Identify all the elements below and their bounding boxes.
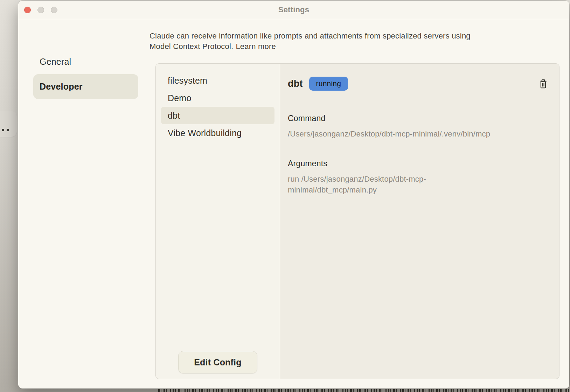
server-list-item-dbt[interactable]: dbt bbox=[161, 107, 274, 124]
command-value: /Users/jasonganz/Desktop/dbt-mcp-minimal… bbox=[288, 128, 549, 139]
server-list-item-vibe-worldbuilding[interactable]: Vibe Worldbuilding bbox=[161, 124, 274, 142]
status-badge: running bbox=[309, 77, 348, 91]
server-detail-panel: dbt running bbox=[280, 64, 559, 379]
sidebar-item-label: Developer bbox=[40, 82, 83, 92]
server-detail-name: dbt bbox=[288, 78, 303, 89]
delete-server-button[interactable] bbox=[537, 78, 549, 89]
settings-sidebar: General Developer bbox=[33, 49, 138, 99]
sidebar-item-developer[interactable]: Developer bbox=[33, 74, 138, 99]
server-list-item-demo[interactable]: Demo bbox=[161, 89, 274, 107]
trash-icon bbox=[538, 79, 548, 89]
server-name: Demo bbox=[168, 93, 192, 103]
server-list: filesystem Demo dbt Vibe Worldbuilding E… bbox=[156, 64, 280, 379]
server-name: dbt bbox=[168, 111, 180, 121]
title-bar: Settings bbox=[18, 1, 569, 19]
developer-content: Claude can receive information like prom… bbox=[150, 19, 559, 379]
mcp-description: Claude can receive information like prom… bbox=[150, 31, 559, 52]
background-window-text-fragment bbox=[158, 389, 570, 392]
arguments-field: Arguments run /Users/jasonganz/Desktop/d… bbox=[288, 159, 549, 195]
learn-more-link[interactable]: Learn more bbox=[236, 42, 276, 51]
sidebar-item-label: General bbox=[40, 57, 71, 67]
mcp-description-line2: Model Context Protocol. bbox=[150, 42, 233, 51]
arguments-value: run /Users/jasonganz/Desktop/dbt-mcp- mi… bbox=[288, 174, 470, 195]
command-label: Command bbox=[288, 114, 549, 123]
background-window-handle[interactable] bbox=[0, 111, 17, 137]
arguments-label: Arguments bbox=[288, 159, 549, 168]
mcp-description-line1: Claude can receive information like prom… bbox=[150, 31, 471, 40]
server-detail-header: dbt running bbox=[288, 77, 549, 91]
sidebar-item-general[interactable]: General bbox=[33, 49, 138, 74]
edit-config-button[interactable]: Edit Config bbox=[178, 351, 257, 373]
page-title: Settings bbox=[18, 5, 569, 14]
arguments-line1: run /Users/jasonganz/Desktop/dbt-mcp- bbox=[288, 175, 426, 183]
server-list-item-filesystem[interactable]: filesystem bbox=[161, 72, 274, 89]
dot-icon bbox=[2, 129, 4, 131]
command-field: Command /Users/jasonganz/Desktop/dbt-mcp… bbox=[288, 114, 549, 139]
arguments-line2: minimal/dbt_mcp/main.py bbox=[288, 186, 377, 194]
settings-window: Settings General Developer Claude can re… bbox=[18, 1, 569, 388]
server-name: filesystem bbox=[168, 76, 207, 86]
dot-icon bbox=[7, 129, 9, 131]
settings-body: General Developer Claude can receive inf… bbox=[18, 19, 569, 388]
server-name: Vibe Worldbuilding bbox=[168, 128, 242, 138]
mcp-servers-panel: filesystem Demo dbt Vibe Worldbuilding E… bbox=[155, 63, 559, 379]
